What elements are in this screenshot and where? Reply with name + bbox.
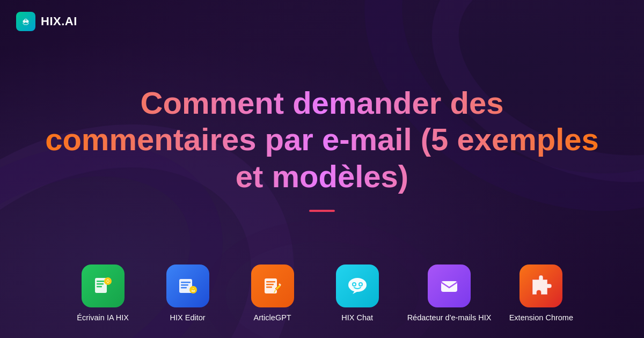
title-section: Comment demander des commentaires par e-… <box>0 32 644 264</box>
feature-label-hixchat: HIX Chat <box>341 313 373 323</box>
svg-rect-20 <box>266 281 275 283</box>
feature-item-articlegpt: ArticleGPT <box>238 264 308 323</box>
svg-point-24 <box>348 278 367 292</box>
svg-point-12 <box>107 280 109 282</box>
feature-item-emailwriter: Rédacteur d'e-mails HIX <box>407 264 492 323</box>
feature-item-ecrivain: Écrivain IA HIX <box>68 264 138 323</box>
svg-rect-22 <box>266 286 272 288</box>
svg-rect-10 <box>97 286 102 288</box>
svg-point-28 <box>360 283 362 285</box>
main-title: Comment demander des commentaires par e-… <box>43 85 601 195</box>
feature-icon-extension <box>519 264 562 307</box>
feature-label-extension: Extension Chrome <box>509 313 573 323</box>
feature-icon-editor <box>166 264 209 307</box>
svg-rect-15 <box>181 284 188 286</box>
svg-point-5 <box>23 20 26 23</box>
feature-label-ecrivain: Écrivain IA HIX <box>77 313 129 323</box>
feature-icon-hixchat <box>336 264 379 307</box>
section-divider <box>309 210 335 212</box>
svg-point-18 <box>192 289 194 291</box>
svg-rect-8 <box>97 281 105 282</box>
feature-item-extension: Extension Chrome <box>506 264 576 323</box>
svg-rect-16 <box>181 287 187 289</box>
svg-rect-21 <box>266 284 274 285</box>
svg-rect-29 <box>441 281 457 292</box>
svg-rect-9 <box>97 283 104 285</box>
features-row: Écrivain IA HIX HIX Editor <box>0 264 644 338</box>
feature-icon-ecrivain <box>82 264 125 307</box>
feature-item-hixchat: HIX Chat <box>323 264 392 323</box>
svg-point-27 <box>353 283 355 285</box>
feature-icon-articlegpt <box>251 264 294 307</box>
svg-point-6 <box>26 20 29 23</box>
logo-icon <box>16 12 35 31</box>
logo-text: HIX.AI <box>41 14 77 28</box>
feature-item-editor: HIX Editor <box>153 264 223 323</box>
feature-icon-emailwriter <box>428 264 471 307</box>
svg-rect-14 <box>181 282 191 283</box>
feature-label-editor: HIX Editor <box>170 313 206 323</box>
feature-label-articlegpt: ArticleGPT <box>254 313 291 323</box>
feature-label-emailwriter: Rédacteur d'e-mails HIX <box>407 313 492 323</box>
